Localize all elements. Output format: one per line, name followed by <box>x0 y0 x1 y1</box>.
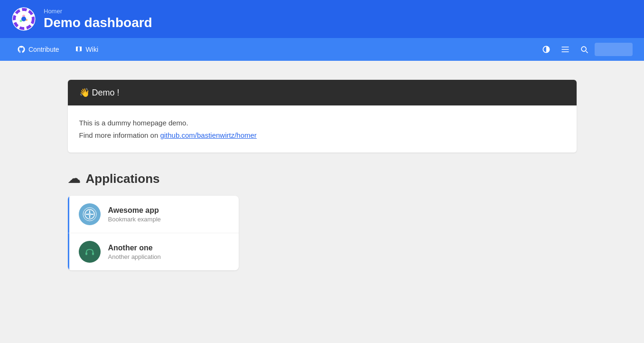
list-icon <box>560 45 570 54</box>
app-item-awesome[interactable]: Awesome app Bookmark example <box>68 196 239 233</box>
theme-toggle-button[interactable] <box>538 41 555 58</box>
navbar-right <box>538 41 633 58</box>
another-app-icon <box>83 245 97 259</box>
svg-point-7 <box>21 17 26 21</box>
demo-card-header: 👋 Demo ! <box>68 80 577 105</box>
app-logo-another <box>79 241 101 263</box>
wiki-label: Wiki <box>86 46 98 53</box>
applications-icon: ☁ <box>68 172 80 186</box>
applications-label: Applications <box>86 172 160 186</box>
header-text: Homer Demo dashboard <box>44 8 152 31</box>
list-view-button[interactable] <box>557 41 574 58</box>
awesome-app-icon <box>83 207 97 221</box>
svg-rect-14 <box>85 252 87 255</box>
demo-line1: This is a dummy homepage demo. <box>79 117 565 129</box>
demo-card: 👋 Demo ! This is a dummy homepage demo. … <box>68 80 577 152</box>
app-desc-another: Another application <box>108 253 161 260</box>
app-name-another: Another one <box>108 244 161 252</box>
apps-grid: Awesome app Bookmark example Another <box>68 196 577 270</box>
apps-group: Awesome app Bookmark example Another <box>68 196 239 270</box>
contribute-link[interactable]: Contribute <box>11 41 65 57</box>
svg-point-12 <box>88 213 91 216</box>
svg-point-13 <box>83 245 96 258</box>
header-subtitle: Homer <box>44 8 152 15</box>
book-icon <box>75 45 83 54</box>
demo-github-link[interactable]: github.com/bastienwirtz/homer <box>160 131 256 139</box>
header-title: Demo dashboard <box>44 15 152 31</box>
app-item-another[interactable]: Another one Another application <box>68 233 239 270</box>
search-button[interactable] <box>576 41 593 58</box>
demo-card-title: 👋 Demo ! <box>79 88 120 97</box>
contribute-label: Contribute <box>28 46 59 53</box>
theme-icon <box>541 45 551 54</box>
demo-line2-prefix: Find more information on <box>79 131 160 139</box>
demo-card-body: This is a dummy homepage demo. Find more… <box>68 105 577 152</box>
search-icon <box>579 45 589 54</box>
demo-line2: Find more information on github.com/bast… <box>79 129 565 142</box>
navbar-left: Contribute Wiki <box>11 41 104 57</box>
svg-rect-15 <box>92 252 94 255</box>
main-navbar: Contribute Wiki <box>0 38 644 61</box>
applications-section-title: ☁ Applications <box>68 172 577 186</box>
app-info-awesome: Awesome app Bookmark example <box>108 206 161 223</box>
github-icon <box>17 45 26 54</box>
main-content: 👋 Demo ! This is a dummy homepage demo. … <box>56 61 588 289</box>
wiki-link[interactable]: Wiki <box>69 41 104 57</box>
app-desc-awesome: Bookmark example <box>108 216 161 223</box>
app-logo-awesome <box>79 203 101 225</box>
app-header: Homer Demo dashboard <box>0 0 644 38</box>
app-name-awesome: Awesome app <box>108 206 161 215</box>
app-logo <box>11 7 36 31</box>
app-info-another: Another one Another application <box>108 244 161 260</box>
search-input[interactable] <box>595 43 633 56</box>
